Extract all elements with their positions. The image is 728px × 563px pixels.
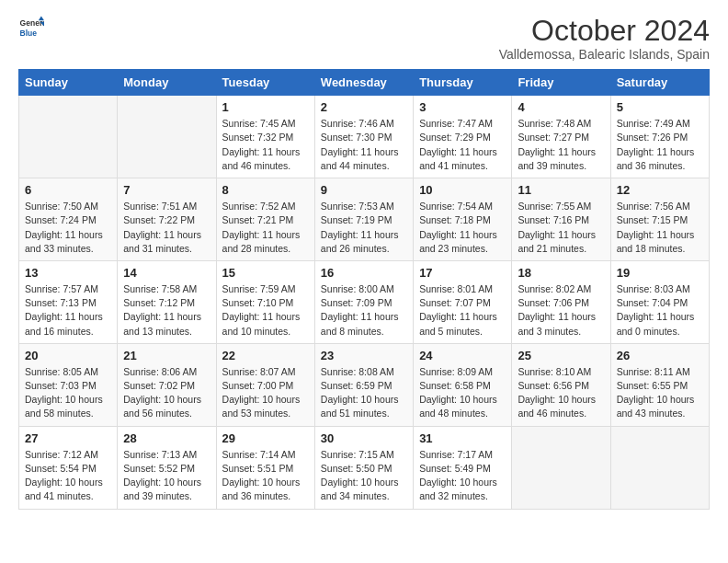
- day-info: Sunrise: 7:14 AM Sunset: 5:51 PM Dayligh…: [222, 448, 309, 504]
- calendar-week-row: 13Sunrise: 7:57 AM Sunset: 7:13 PM Dayli…: [19, 260, 710, 343]
- day-number: 24: [419, 349, 506, 362]
- day-info: Sunrise: 7:51 AM Sunset: 7:22 PM Dayligh…: [123, 200, 210, 256]
- day-number: 27: [25, 431, 111, 445]
- day-number: 21: [123, 349, 210, 362]
- header-friday: Friday: [512, 70, 610, 96]
- day-number: 25: [518, 349, 604, 362]
- day-info: Sunrise: 7:12 AM Sunset: 5:54 PM Dayligh…: [25, 448, 111, 504]
- table-row: 18Sunrise: 8:02 AM Sunset: 7:06 PM Dayli…: [512, 260, 610, 343]
- table-row: 16Sunrise: 8:00 AM Sunset: 7:09 PM Dayli…: [314, 260, 413, 343]
- day-info: Sunrise: 8:03 AM Sunset: 7:04 PM Dayligh…: [617, 282, 703, 339]
- day-number: 6: [25, 183, 111, 197]
- day-info: Sunrise: 8:06 AM Sunset: 7:02 PM Dayligh…: [123, 365, 210, 421]
- day-number: 29: [222, 431, 309, 445]
- day-number: 22: [222, 349, 309, 362]
- calendar-week-row: 1Sunrise: 7:45 AM Sunset: 7:32 PM Daylig…: [19, 96, 710, 178]
- day-info: Sunrise: 8:10 AM Sunset: 6:56 PM Dayligh…: [518, 365, 604, 421]
- day-info: Sunrise: 7:47 AM Sunset: 7:29 PM Dayligh…: [419, 117, 506, 173]
- table-row: 19Sunrise: 8:03 AM Sunset: 7:04 PM Dayli…: [610, 260, 709, 343]
- header-wednesday: Wednesday: [314, 70, 413, 96]
- table-row: 4Sunrise: 7:48 AM Sunset: 7:27 PM Daylig…: [512, 96, 610, 178]
- table-row: 13Sunrise: 7:57 AM Sunset: 7:13 PM Dayli…: [19, 260, 118, 343]
- day-number: 9: [321, 183, 407, 197]
- day-info: Sunrise: 8:08 AM Sunset: 6:59 PM Dayligh…: [321, 365, 407, 421]
- calendar-header-row: Sunday Monday Tuesday Wednesday Thursday…: [19, 70, 710, 96]
- day-number: 13: [25, 266, 111, 280]
- table-row: 5Sunrise: 7:49 AM Sunset: 7:26 PM Daylig…: [610, 96, 709, 178]
- day-number: 14: [123, 266, 210, 280]
- day-info: Sunrise: 7:54 AM Sunset: 7:18 PM Dayligh…: [419, 200, 506, 256]
- header-monday: Monday: [118, 70, 216, 96]
- table-row: 12Sunrise: 7:56 AM Sunset: 7:15 PM Dayli…: [610, 178, 709, 261]
- day-info: Sunrise: 8:01 AM Sunset: 7:07 PM Dayligh…: [419, 282, 506, 339]
- day-number: 19: [617, 266, 703, 280]
- day-info: Sunrise: 7:45 AM Sunset: 7:32 PM Dayligh…: [222, 117, 309, 173]
- table-row: 15Sunrise: 7:59 AM Sunset: 7:10 PM Dayli…: [216, 260, 314, 343]
- table-row: 23Sunrise: 8:08 AM Sunset: 6:59 PM Dayli…: [314, 343, 413, 426]
- table-row: 2Sunrise: 7:46 AM Sunset: 7:30 PM Daylig…: [314, 96, 413, 178]
- day-number: 15: [222, 266, 309, 280]
- table-row: 30Sunrise: 7:15 AM Sunset: 5:50 PM Dayli…: [314, 426, 413, 509]
- day-info: Sunrise: 7:56 AM Sunset: 7:15 PM Dayligh…: [617, 200, 703, 256]
- location-subtitle: Valldemossa, Balearic Islands, Spain: [499, 47, 710, 62]
- day-number: 4: [518, 100, 604, 114]
- day-number: 5: [617, 100, 703, 114]
- calendar-week-row: 6Sunrise: 7:50 AM Sunset: 7:24 PM Daylig…: [19, 178, 710, 261]
- header-saturday: Saturday: [610, 70, 709, 96]
- day-info: Sunrise: 7:13 AM Sunset: 5:52 PM Dayligh…: [123, 448, 210, 504]
- table-row: 7Sunrise: 7:51 AM Sunset: 7:22 PM Daylig…: [118, 178, 216, 261]
- calendar-week-row: 20Sunrise: 8:05 AM Sunset: 7:03 PM Dayli…: [19, 343, 710, 426]
- day-info: Sunrise: 7:59 AM Sunset: 7:10 PM Dayligh…: [222, 282, 309, 339]
- table-row: 26Sunrise: 8:11 AM Sunset: 6:55 PM Dayli…: [610, 343, 709, 426]
- table-row: 11Sunrise: 7:55 AM Sunset: 7:16 PM Dayli…: [512, 178, 610, 261]
- table-row: 8Sunrise: 7:52 AM Sunset: 7:21 PM Daylig…: [216, 178, 314, 261]
- header-thursday: Thursday: [414, 70, 512, 96]
- logo-icon: General Blue: [18, 15, 44, 40]
- table-row: 17Sunrise: 8:01 AM Sunset: 7:07 PM Dayli…: [414, 260, 512, 343]
- day-info: Sunrise: 8:07 AM Sunset: 7:00 PM Dayligh…: [222, 365, 309, 421]
- svg-text:Blue: Blue: [20, 29, 38, 38]
- table-row: 10Sunrise: 7:54 AM Sunset: 7:18 PM Dayli…: [414, 178, 512, 261]
- day-number: 17: [419, 266, 506, 280]
- table-row: [512, 426, 610, 509]
- table-row: 28Sunrise: 7:13 AM Sunset: 5:52 PM Dayli…: [118, 426, 216, 509]
- logo: General Blue: [18, 15, 44, 40]
- day-info: Sunrise: 7:55 AM Sunset: 7:16 PM Dayligh…: [518, 200, 604, 256]
- table-row: 20Sunrise: 8:05 AM Sunset: 7:03 PM Dayli…: [19, 343, 118, 426]
- day-number: 7: [123, 183, 210, 197]
- day-info: Sunrise: 7:52 AM Sunset: 7:21 PM Dayligh…: [222, 200, 309, 256]
- page: General Blue October 2024 Valldemossa, B…: [0, 0, 728, 528]
- table-row: [19, 96, 118, 178]
- day-info: Sunrise: 8:11 AM Sunset: 6:55 PM Dayligh…: [617, 365, 703, 421]
- day-number: 8: [222, 183, 309, 197]
- day-info: Sunrise: 8:05 AM Sunset: 7:03 PM Dayligh…: [25, 365, 111, 421]
- day-info: Sunrise: 7:57 AM Sunset: 7:13 PM Dayligh…: [25, 282, 111, 339]
- day-number: 18: [518, 266, 604, 280]
- day-info: Sunrise: 8:09 AM Sunset: 6:58 PM Dayligh…: [419, 365, 506, 421]
- header-sunday: Sunday: [19, 70, 118, 96]
- day-number: 31: [419, 431, 506, 445]
- day-number: 10: [419, 183, 506, 197]
- day-number: 26: [617, 349, 703, 362]
- table-row: 6Sunrise: 7:50 AM Sunset: 7:24 PM Daylig…: [19, 178, 118, 261]
- table-row: 31Sunrise: 7:17 AM Sunset: 5:49 PM Dayli…: [414, 426, 512, 509]
- month-year-title: October 2024: [499, 15, 710, 47]
- day-info: Sunrise: 7:15 AM Sunset: 5:50 PM Dayligh…: [321, 448, 407, 504]
- day-number: 11: [518, 183, 604, 197]
- day-number: 12: [617, 183, 703, 197]
- day-number: 2: [321, 100, 407, 114]
- day-info: Sunrise: 7:58 AM Sunset: 7:12 PM Dayligh…: [123, 282, 210, 339]
- table-row: 22Sunrise: 8:07 AM Sunset: 7:00 PM Dayli…: [216, 343, 314, 426]
- table-row: 29Sunrise: 7:14 AM Sunset: 5:51 PM Dayli…: [216, 426, 314, 509]
- day-number: 30: [321, 431, 407, 445]
- table-row: 24Sunrise: 8:09 AM Sunset: 6:58 PM Dayli…: [414, 343, 512, 426]
- table-row: 9Sunrise: 7:53 AM Sunset: 7:19 PM Daylig…: [314, 178, 413, 261]
- header-tuesday: Tuesday: [216, 70, 314, 96]
- day-number: 16: [321, 266, 407, 280]
- day-info: Sunrise: 8:00 AM Sunset: 7:09 PM Dayligh…: [321, 282, 407, 339]
- day-info: Sunrise: 7:53 AM Sunset: 7:19 PM Dayligh…: [321, 200, 407, 256]
- day-number: 28: [123, 431, 210, 445]
- day-info: Sunrise: 7:48 AM Sunset: 7:27 PM Dayligh…: [518, 117, 604, 173]
- table-row: 27Sunrise: 7:12 AM Sunset: 5:54 PM Dayli…: [19, 426, 118, 509]
- day-number: 1: [222, 100, 309, 114]
